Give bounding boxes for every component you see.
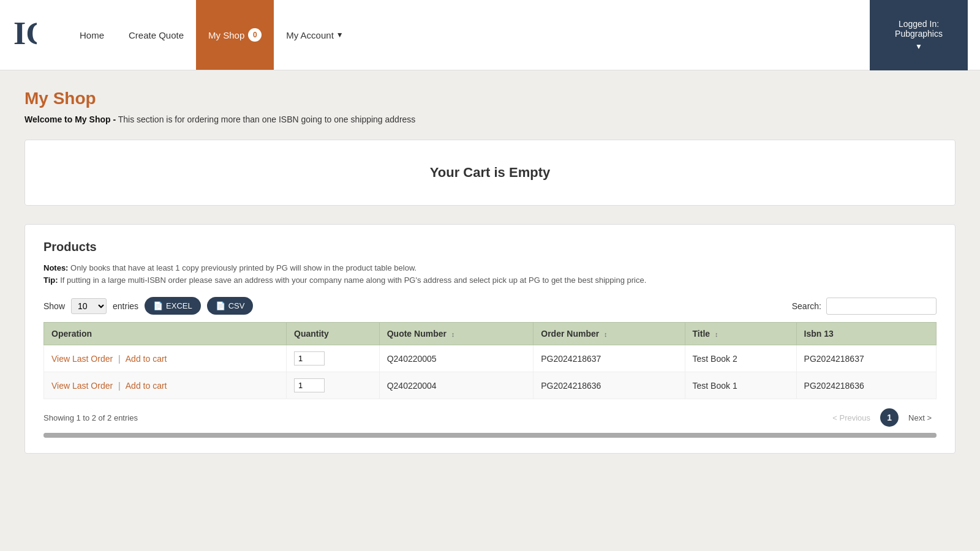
sort-icon-quote: ↕ bbox=[451, 331, 455, 338]
page-title: My Shop bbox=[24, 89, 956, 108]
cell-title-1: Test Book 1 bbox=[685, 372, 796, 399]
table-row: View Last Order | Add to cart Q240220005… bbox=[44, 345, 937, 372]
excel-icon: 📄 bbox=[153, 301, 163, 310]
page-content: My Shop Welcome to My Shop - This sectio… bbox=[0, 70, 980, 472]
nav-my-shop-label: My Shop bbox=[208, 30, 244, 40]
col-quantity: Quantity bbox=[287, 323, 380, 345]
page-number-1[interactable]: 1 bbox=[880, 408, 899, 427]
nav-my-account[interactable]: My Account ▼ bbox=[274, 0, 355, 70]
chevron-down-icon: ▼ bbox=[336, 31, 344, 39]
sort-icon-title: ↕ bbox=[715, 331, 718, 338]
page-subtitle: Welcome to My Shop - This section is for… bbox=[24, 114, 956, 124]
cell-operation-0: View Last Order | Add to cart bbox=[44, 345, 287, 372]
cell-title-0: Test Book 2 bbox=[685, 345, 796, 372]
csv-label: CSV bbox=[228, 301, 245, 310]
notes-text: Only books that have at least 1 copy pre… bbox=[70, 263, 417, 272]
col-title: Title ↕ bbox=[685, 323, 796, 345]
products-title: Products bbox=[43, 240, 937, 254]
csv-icon: 📄 bbox=[216, 301, 225, 310]
show-select[interactable]: 10 25 50 100 bbox=[71, 298, 107, 314]
logged-in-label: Logged In: bbox=[899, 19, 939, 29]
add-to-cart-link-1[interactable]: Add to cart bbox=[126, 381, 167, 391]
separator-0: | bbox=[118, 354, 121, 364]
cell-order-number-1: PG2024218636 bbox=[533, 372, 685, 399]
add-to-cart-link-0[interactable]: Add to cart bbox=[126, 354, 167, 364]
svg-text:IG: IG bbox=[13, 17, 37, 51]
search-label: Search: bbox=[792, 301, 821, 311]
prev-button[interactable]: < Previous bbox=[827, 411, 875, 425]
table-header-row: Operation Quantity Quote Number ↕ Order … bbox=[44, 323, 937, 345]
next-button[interactable]: Next > bbox=[903, 411, 937, 425]
nav-home[interactable]: Home bbox=[67, 0, 116, 70]
showing-text: Showing 1 to 2 of 2 entries bbox=[43, 413, 138, 422]
logged-in-user: Pubgraphics bbox=[895, 29, 943, 39]
excel-button[interactable]: 📄 EXCEL bbox=[145, 297, 201, 315]
col-quote-number: Quote Number ↕ bbox=[379, 323, 533, 345]
table-row: View Last Order | Add to cart Q240220004… bbox=[44, 372, 937, 399]
qty-input-0[interactable] bbox=[294, 351, 325, 365]
nav-my-shop-badge: 0 bbox=[248, 28, 262, 42]
scrollbar-area[interactable] bbox=[43, 433, 937, 438]
cart-empty-text: Your Cart is Empty bbox=[430, 165, 550, 180]
csv-button[interactable]: 📄 CSV bbox=[207, 297, 254, 315]
navbar: IG Home Create Quote My Shop 0 My Accoun… bbox=[0, 0, 980, 70]
products-section: Products Notes: Only books that have at … bbox=[24, 224, 956, 454]
search-input[interactable] bbox=[826, 298, 937, 315]
separator-1: | bbox=[118, 381, 121, 391]
view-last-order-link-1[interactable]: View Last Order bbox=[51, 381, 113, 391]
nav-create-quote[interactable]: Create Quote bbox=[116, 0, 196, 70]
subtitle-text: This section is for ordering more than o… bbox=[118, 114, 416, 124]
cell-quantity-1 bbox=[287, 372, 380, 399]
show-label: Show bbox=[43, 301, 65, 311]
table-controls: Show 10 25 50 100 entries 📄 EXCEL 📄 CSV … bbox=[43, 297, 937, 315]
cell-quote-number-0: Q240220005 bbox=[379, 345, 533, 372]
cell-isbn13-1: PG2024218636 bbox=[796, 372, 936, 399]
tip-text: If putting in a large multi-ISBN order p… bbox=[60, 276, 646, 285]
view-last-order-link-0[interactable]: View Last Order bbox=[51, 354, 113, 364]
qty-input-1[interactable] bbox=[294, 378, 325, 392]
excel-label: EXCEL bbox=[166, 301, 192, 310]
user-chevron-icon: ▼ bbox=[915, 42, 922, 51]
entries-label: entries bbox=[113, 301, 138, 311]
cell-order-number-0: PG2024218637 bbox=[533, 345, 685, 372]
search-area: Search: bbox=[792, 298, 937, 315]
cell-isbn13-0: PG2024218637 bbox=[796, 345, 936, 372]
tip-label: Tip: bbox=[43, 276, 58, 285]
notes-label: Notes: bbox=[43, 263, 68, 272]
cell-quote-number-1: Q240220004 bbox=[379, 372, 533, 399]
nav-my-shop[interactable]: My Shop 0 bbox=[196, 0, 274, 70]
cart-empty-box: Your Cart is Empty bbox=[24, 140, 956, 206]
notes-area: Notes: Only books that have at least 1 c… bbox=[43, 263, 937, 272]
tip-area: Tip: If putting in a large multi-ISBN or… bbox=[43, 276, 937, 285]
data-table: Operation Quantity Quote Number ↕ Order … bbox=[43, 322, 937, 399]
login-button[interactable]: Logged In: Pubgraphics ▼ bbox=[870, 0, 968, 70]
col-isbn13: Isbn 13 bbox=[796, 323, 936, 345]
cell-quantity-0 bbox=[287, 345, 380, 372]
nav-links: Home Create Quote My Shop 0 My Account ▼ bbox=[67, 0, 870, 70]
nav-my-account-label: My Account bbox=[286, 30, 334, 40]
col-operation: Operation bbox=[44, 323, 287, 345]
sort-icon-order: ↕ bbox=[604, 331, 608, 338]
cell-operation-1: View Last Order | Add to cart bbox=[44, 372, 287, 399]
logo: IG bbox=[12, 13, 43, 56]
pagination-controls: < Previous 1 Next > bbox=[827, 408, 937, 427]
col-order-number: Order Number ↕ bbox=[533, 323, 685, 345]
scrollbar-thumb bbox=[43, 433, 937, 438]
subtitle-bold: Welcome to My Shop - bbox=[24, 114, 116, 124]
pagination-row: Showing 1 to 2 of 2 entries < Previous 1… bbox=[43, 408, 937, 427]
